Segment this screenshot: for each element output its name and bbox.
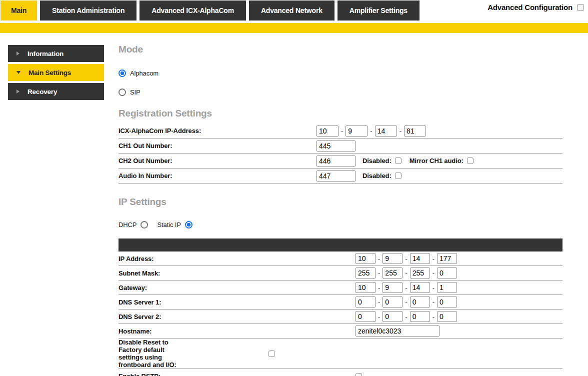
dns1-octet-2-input[interactable] [382,296,402,308]
octet-separator: - [405,298,407,306]
dns2-octet-3-input[interactable] [410,311,430,322]
subnet-mask-octet-2-input[interactable] [382,268,402,278]
table-row-dns-server-1: DNS Server 1: - - - [118,295,562,310]
mirror-ch1-audio-label: Mirror CH1 audio: [410,157,464,164]
table-row-icx-alphacom-ip: ICX-AlphaCom IP-Address: - - - [118,124,562,138]
ip-address-octet-4-input[interactable] [437,253,457,264]
tab-main[interactable]: Main [0,0,37,20]
field-label: DNS Server 2: [118,313,356,320]
disable-factory-reset-checkbox[interactable] [268,350,275,357]
sidebar-item-label: Information [28,50,64,58]
static-ip-radio-label: Static IP [157,221,181,228]
main-content: Mode Alphacom SIP Registration Settings … [118,44,562,376]
mirror-ch1-audio-checkbox[interactable] [467,158,474,164]
tab-advanced-network[interactable]: Advanced Network [249,0,334,20]
gateway-octet-3-input[interactable] [410,282,430,293]
mode-option-sip: SIP [118,88,562,96]
dns2-octet-1-input[interactable] [356,311,376,322]
subnet-mask-octet-3-input[interactable] [410,268,430,278]
dns1-octet-1-input[interactable] [356,296,376,308]
field-label: Audio In Number: [118,172,316,180]
sidebar-item-label: Main Settings [28,69,71,76]
dns1-octet-3-input[interactable] [410,296,430,308]
ip-address-octet-3-input[interactable] [410,253,430,264]
advanced-configuration-toggle: Advanced Configuration [488,3,584,12]
icx-ip-octet-2-input[interactable] [346,126,368,136]
alphacom-radio[interactable] [118,70,126,77]
table-row-ch2-out-number: CH2 Out Number: Disabled: Mirror CH1 aud… [118,154,562,168]
ip-table-header-bar [118,238,562,252]
ch1-out-number-input[interactable] [316,140,356,152]
sidebar-item-label: Recovery [28,88,57,96]
gateway-octet-1-input[interactable] [356,282,376,293]
mode-option-alphacom: Alphacom [118,69,562,77]
dns2-octet-2-input[interactable] [382,311,402,322]
tab-station-administration[interactable]: Station Administration [40,0,136,20]
dns2-octet-4-input[interactable] [437,311,457,322]
icx-ip-octet-1-input[interactable] [316,126,338,136]
top-tab-bar: Main Station Administration Advanced ICX… [0,0,420,20]
octet-separator: - [432,284,434,292]
hostname-input[interactable] [356,326,440,336]
octet-separator: - [370,127,372,134]
sidebar-item-main-settings[interactable]: Main Settings [8,64,104,81]
field-label: CH2 Out Number: [118,157,316,164]
field-label: Subnet Mask: [118,270,356,277]
audio-in-disabled-checkbox[interactable] [395,172,402,179]
octet-separator: - [405,255,407,262]
registration-table: ICX-AlphaCom IP-Address: - - - CH1 Out N… [118,124,562,184]
dhcp-radio[interactable] [140,221,148,228]
chevron-down-icon [16,71,20,74]
octet-separator: - [378,284,380,292]
field-label: CH1 Out Number: [118,142,316,150]
octet-separator: - [405,284,407,292]
sidebar-item-information[interactable]: Information [8,45,104,62]
ip-mode-radio-group: DHCP Static IP [118,220,562,228]
octet-separator: - [341,127,343,134]
field-label: IP Address: [118,255,356,262]
table-row-enable-rstp: Enable RSTP: [118,369,562,376]
ip-address-octet-2-input[interactable] [382,253,402,264]
ch2-disabled-label: Disabled: [362,157,392,164]
dns1-octet-4-input[interactable] [437,296,457,308]
dhcp-radio-label: DHCP [118,221,136,228]
sidebar-item-recovery[interactable]: Recovery [8,83,104,100]
icx-ip-octet-4-input[interactable] [404,126,426,136]
ch2-disabled-checkbox[interactable] [395,158,402,164]
table-row-hostname: Hostname: [118,324,562,338]
sip-radio[interactable] [118,88,126,96]
octet-separator: - [405,270,407,277]
gateway-octet-2-input[interactable] [382,282,402,293]
table-row-subnet-mask: Subnet Mask: - - - [118,266,562,280]
octet-separator: - [378,313,380,320]
gateway-octet-4-input[interactable] [437,282,457,293]
tab-advanced-icx-alphacom[interactable]: Advanced ICX-AlphaCom [140,0,246,20]
alphacom-radio-label: Alphacom [130,70,158,77]
table-row-ip-address: IP Address: - - - [118,252,562,266]
subnet-mask-octet-4-input[interactable] [437,268,457,278]
registration-section-title: Registration Settings [118,108,562,119]
ip-section-title: IP Settings [118,196,562,208]
enable-rstp-checkbox[interactable] [356,373,362,376]
sip-radio-label: SIP [130,88,140,96]
audio-in-number-input[interactable] [316,170,356,182]
table-row-disable-factory-reset: Disable Reset to Factory default setting… [118,338,562,369]
static-ip-radio[interactable] [185,221,192,228]
advanced-configuration-label: Advanced Configuration [488,3,572,12]
advanced-configuration-checkbox[interactable] [577,4,584,11]
octet-separator: - [378,270,380,277]
sidebar: Information Main Settings Recovery [8,45,104,102]
ch2-out-number-input[interactable] [316,156,356,166]
subnet-mask-octet-1-input[interactable] [356,268,376,278]
table-row-audio-in-number: Audio In Number: Disabled: [118,168,562,184]
chevron-right-icon [16,52,20,56]
tab-amplifier-settings[interactable]: Amplifier Settings [338,0,420,20]
icx-ip-octet-3-input[interactable] [375,126,397,136]
octet-separator: - [432,298,434,306]
octet-separator: - [432,255,434,262]
ip-address-octet-1-input[interactable] [356,253,376,264]
octet-separator: - [432,270,434,277]
field-label: Hostname: [118,328,356,335]
table-row-gateway: Gateway: - - - [118,280,562,295]
field-label: ICX-AlphaCom IP-Address: [118,127,316,134]
